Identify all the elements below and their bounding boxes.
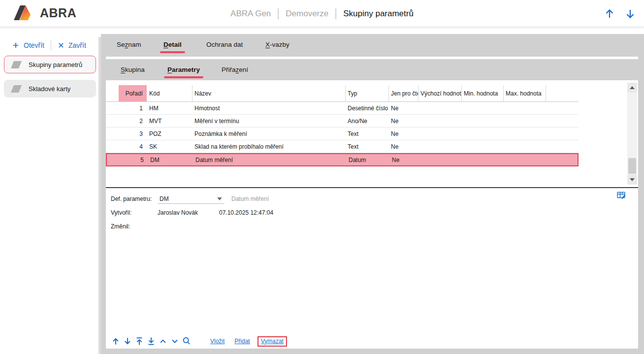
- form-row-zmenil: Změnil:: [111, 221, 273, 232]
- close-icon: [58, 42, 64, 49]
- def-param-label: Def. parametru:: [111, 195, 158, 202]
- created-by: Jaroslav Novák: [158, 209, 219, 216]
- open-button-label: Otevřít: [24, 41, 44, 49]
- sorted-column-indicator[interactable]: Pořadí: [119, 85, 147, 102]
- delete-link-highlight-box: Vymazat: [258, 336, 287, 347]
- breadcrumb-app[interactable]: ABRA Gen: [230, 9, 271, 19]
- scrollbar-down-button[interactable]: [627, 175, 637, 185]
- column-header-kod[interactable]: Kód: [147, 85, 192, 102]
- tab-skupina[interactable]: Skupina: [121, 66, 145, 73]
- nav-down-icon[interactable]: [624, 8, 636, 20]
- chevron-up-icon[interactable]: [158, 336, 168, 346]
- sidebar-item-label: Skupiny parametrů: [29, 61, 82, 68]
- table-row[interactable]: 4 SK Sklad na kterém probíhalo měření Te…: [106, 140, 579, 153]
- tab-x-vazby[interactable]: X-vazby: [265, 41, 290, 48]
- tab-seznam[interactable]: Seznam: [117, 41, 141, 48]
- agenda-icon: [11, 61, 22, 68]
- move-last-icon[interactable]: [146, 336, 156, 346]
- move-up-icon[interactable]: [111, 336, 121, 346]
- abra-logo-icon: [14, 5, 35, 20]
- column-header-max-hodnota[interactable]: Max. hodnota: [503, 85, 546, 102]
- sub-tabbar: Skupina Parametry Přiřazení: [101, 59, 644, 80]
- app-header: ABRA ABRA Gen Demoverze Skupiny parametr…: [0, 0, 644, 27]
- close-button[interactable]: Zavřít: [58, 41, 86, 49]
- column-header-jen-pro-cteni[interactable]: Jen pro čtení: [388, 85, 418, 102]
- nav-up-icon[interactable]: [604, 8, 615, 20]
- form-row-vytvoril: Vytvořil: Jaroslav Novák 07.10.2025 12:4…: [111, 207, 273, 218]
- open-button[interactable]: Otevřít: [12, 41, 44, 49]
- logo-text: ABRA: [40, 6, 76, 20]
- column-header-typ[interactable]: Typ: [345, 85, 388, 102]
- insert-link[interactable]: Vložit: [210, 338, 225, 345]
- column-header-vychozi-hodnota[interactable]: Výchozí hodnota: [418, 85, 461, 102]
- created-label: Vytvořil:: [111, 209, 158, 216]
- table-header: Pořadí Kód Název Typ Jen pro čtení Výcho…: [106, 80, 579, 102]
- active-tab-underline: [164, 76, 203, 78]
- detail-form: Def. parametru: DM Datum měření Vytvořil…: [111, 193, 273, 235]
- header-nav-arrows: [604, 0, 636, 27]
- column-header-filler: [546, 85, 579, 102]
- content-area: Pořadí Kód Název Typ Jen pro čtení Výcho…: [106, 80, 638, 349]
- form-row-def-parametru: Def. parametru: DM Datum měření: [111, 193, 273, 204]
- footer-toolbar: Vložit Přidat Vymazat: [110, 335, 287, 348]
- column-header-min-hodnota[interactable]: Min. hodnota: [461, 85, 503, 102]
- breadcrumb-separator: [278, 8, 279, 19]
- chevron-down-icon[interactable]: [170, 336, 180, 346]
- def-param-value: DM: [158, 195, 217, 202]
- close-button-label: Zavřít: [68, 41, 86, 49]
- sidebar-item-label: Skladové karty: [29, 85, 70, 93]
- search-icon[interactable]: [182, 336, 192, 346]
- sidebar: Otevřít Zavřít Skupiny parametrů Skladov…: [0, 27, 101, 354]
- agenda-icon: [11, 85, 22, 93]
- tab-parametry[interactable]: Parametry: [167, 66, 200, 73]
- page-title: Skupiny parametrů: [343, 9, 414, 19]
- table-form-splitter[interactable]: [106, 187, 638, 188]
- breadcrumb-version[interactable]: Demoverze: [286, 9, 328, 19]
- table-row[interactable]: 2 MVT Měření v termínu Ano/Ne Ne: [106, 115, 579, 128]
- def-param-hint: Datum měření: [231, 195, 269, 202]
- column-header-nazev[interactable]: Název: [192, 85, 345, 102]
- sidebar-item-skupiny-parametru[interactable]: Skupiny parametrů: [4, 56, 96, 73]
- sidebar-item-skladove-karty[interactable]: Skladové karty: [4, 80, 96, 97]
- triangle-down-icon: [630, 178, 635, 181]
- edit-grid-icon[interactable]: [616, 191, 626, 200]
- breadcrumb-separator: [335, 8, 336, 19]
- footer-links: Vložit Přidat Vymazat: [210, 336, 287, 347]
- move-down-icon[interactable]: [123, 336, 132, 346]
- scrollbar-thumb[interactable]: [628, 158, 636, 174]
- sidebar-toolbar: Otevřít Zavřít: [12, 38, 86, 53]
- changed-label: Změnil:: [111, 223, 158, 230]
- table-row[interactable]: 3 POZ Poznámka k měření Text Ne: [106, 128, 579, 140]
- tab-prirazeni[interactable]: Přiřazení: [222, 66, 248, 73]
- plus-icon: [12, 41, 20, 49]
- tab-ochrana-dat[interactable]: Ochrana dat: [206, 41, 243, 48]
- chevron-down-icon: [217, 197, 222, 200]
- table-header-border: [106, 101, 579, 102]
- active-tab-underline: [160, 51, 185, 53]
- table-row[interactable]: 1 HM Hmotnost Desetinné číslo Ne: [106, 102, 579, 115]
- table-scrollbar[interactable]: [627, 83, 637, 185]
- main-panel: Seznam Detail Ochrana dat X-vazby Skupin…: [101, 34, 644, 354]
- created-at: 07.10.2025 12:47:04: [219, 209, 273, 216]
- column-header-poradi[interactable]: Pořadí: [106, 85, 147, 102]
- abra-logo: ABRA: [14, 5, 76, 20]
- breadcrumb: ABRA Gen Demoverze Skupiny parametrů: [230, 0, 414, 27]
- table-row-selected[interactable]: 5 DM Datum měření Datum Ne: [106, 153, 579, 166]
- delete-link[interactable]: Vymazat: [261, 338, 284, 345]
- move-first-icon[interactable]: [134, 336, 144, 346]
- def-param-combobox[interactable]: DM: [158, 194, 224, 204]
- add-link[interactable]: Přidat: [234, 338, 250, 345]
- tab-detail[interactable]: Detail: [163, 41, 182, 48]
- main-tabbar: Seznam Detail Ochrana dat X-vazby: [101, 34, 644, 57]
- triangle-up-icon: [630, 86, 635, 89]
- scrollbar-up-button[interactable]: [627, 83, 637, 93]
- toolbar-separator: [51, 40, 51, 51]
